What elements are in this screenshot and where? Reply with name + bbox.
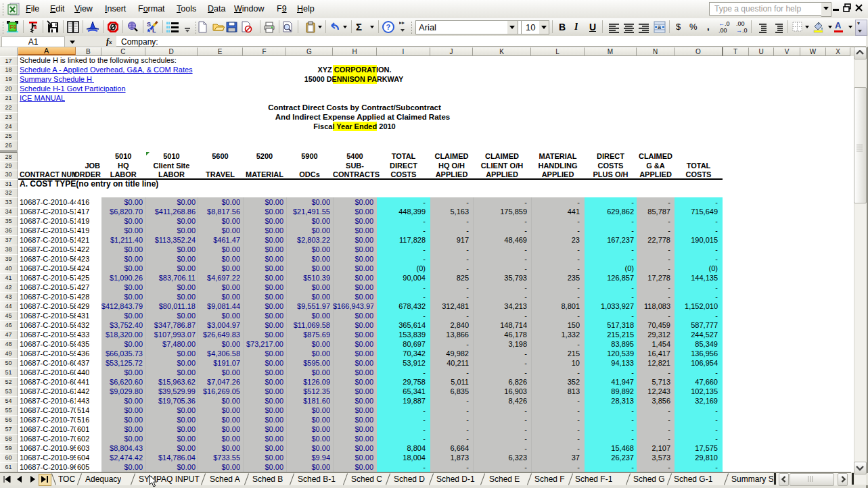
svg-text:?: ? (386, 23, 391, 31)
svg-text:a: a (658, 24, 661, 30)
svg-text:S: S (147, 21, 151, 28)
svg-text:F9: F9 (10, 24, 17, 30)
